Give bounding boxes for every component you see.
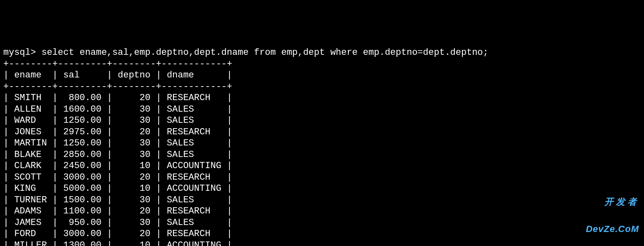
table-border-mid: +--------+---------+--------+-----------… <box>3 82 232 92</box>
watermark-line2: DevZe.CoM <box>586 225 639 234</box>
terminal-output: mysql> select ename,sal,emp.deptno,dept.… <box>3 47 641 246</box>
table-header-row: | ename | sal | deptno | dname | <box>3 70 232 80</box>
watermark-line1: 开发者 <box>586 197 639 206</box>
table-border-top: +--------+---------+--------+-----------… <box>3 59 232 69</box>
sql-query: select ename,sal,emp.deptno,dept.dname f… <box>41 47 488 58</box>
mysql-prompt: mysql> <box>3 47 41 58</box>
watermark: 开发者 DevZe.CoM <box>586 179 639 243</box>
table-body: | SMITH | 800.00 | 20 | RESEARCH | | ALL… <box>3 93 232 246</box>
